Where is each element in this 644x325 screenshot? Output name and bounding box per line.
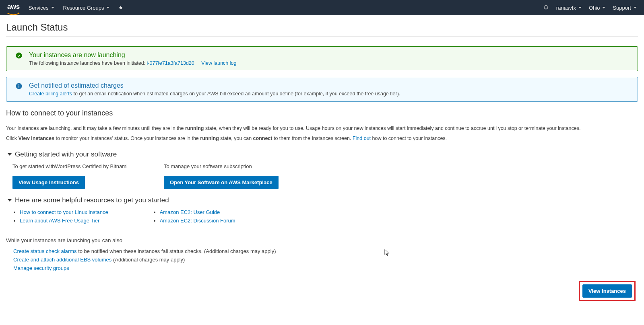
connect-p2: Click View Instances to monitor your ins… bbox=[6, 134, 638, 143]
software-row: To get started withWordPress Certified b… bbox=[6, 163, 638, 189]
software-col1: To get started withWordPress Certified b… bbox=[12, 163, 128, 189]
highlight-annotation: View Instances bbox=[579, 281, 636, 301]
connect-heading: How to connect to your instances bbox=[6, 109, 638, 117]
resources-col2: Amazon EC2: User Guide Amazon EC2: Discu… bbox=[153, 209, 235, 226]
pin-icon[interactable] bbox=[118, 5, 123, 10]
svg-rect-2 bbox=[19, 86, 19, 88]
while-item-3: Manage security groups bbox=[13, 265, 638, 271]
page-title: Launch Status bbox=[6, 22, 638, 33]
while-item-1: Create status check alarms to be notifie… bbox=[13, 248, 638, 254]
services-label: Services bbox=[29, 5, 49, 11]
alert-info-body: Create billing alerts to get an email no… bbox=[29, 91, 631, 97]
while-item-2: Create and attach additional EBS volumes… bbox=[13, 257, 638, 263]
region-label: Ohio bbox=[589, 5, 600, 11]
link-ec2-forum[interactable]: Amazon EC2: Discussion Forum bbox=[160, 218, 235, 224]
alert-info-title: Get notified of estimated charges bbox=[29, 82, 631, 89]
chevron-down-icon bbox=[106, 7, 109, 8]
create-ebs-volumes-link[interactable]: Create and attach additional EBS volumes bbox=[13, 257, 111, 263]
aws-logo[interactable]: aws bbox=[7, 3, 20, 13]
connect-p1: Your instances are launching, and it may… bbox=[6, 124, 638, 133]
notifications-bell-icon[interactable] bbox=[543, 5, 549, 11]
svg-point-0 bbox=[16, 53, 22, 59]
caret-down-icon bbox=[8, 153, 12, 156]
software-col1-label: To get started withWordPress Certified b… bbox=[12, 163, 128, 169]
manage-security-groups-link[interactable]: Manage security groups bbox=[13, 265, 69, 271]
resource-groups-menu[interactable]: Resource Groups bbox=[63, 5, 110, 11]
chevron-down-icon bbox=[578, 7, 582, 8]
link-connect-linux[interactable]: How to connect to your Linux instance bbox=[20, 209, 108, 215]
divider bbox=[6, 36, 638, 37]
resource-groups-label: Resource Groups bbox=[63, 5, 104, 11]
find-out-link[interactable]: Find out bbox=[353, 136, 371, 141]
services-menu[interactable]: Services bbox=[29, 5, 54, 11]
view-launch-log-link[interactable]: View launch log bbox=[201, 60, 236, 66]
resources-heading[interactable]: Here are some helpful resources to get y… bbox=[6, 196, 638, 204]
while-heading: While your instances are launching you c… bbox=[6, 237, 638, 243]
open-marketplace-button[interactable]: Open Your Software on AWS Marketplace bbox=[164, 176, 279, 189]
chevron-down-icon bbox=[634, 7, 637, 8]
software-col2-label: To manage your software subscription bbox=[164, 163, 279, 169]
alert-success-title: Your instances are now launching bbox=[29, 51, 631, 59]
link-free-tier[interactable]: Learn about AWS Free Usage Tier bbox=[20, 218, 99, 224]
view-usage-instructions-button[interactable]: View Usage Instructions bbox=[12, 176, 85, 189]
account-menu[interactable]: ranasvfx bbox=[556, 5, 582, 11]
aws-smile-icon bbox=[7, 10, 20, 13]
chevron-down-icon bbox=[51, 7, 54, 8]
software-heading[interactable]: Getting started with your software bbox=[6, 150, 638, 158]
caret-down-icon bbox=[8, 199, 12, 202]
alert-body-prefix: The following instance launches have bee… bbox=[29, 60, 145, 66]
account-label: ranasvfx bbox=[556, 5, 576, 11]
create-status-alarms-link[interactable]: Create status check alarms bbox=[13, 248, 77, 254]
while-list: Create status check alarms to be notifie… bbox=[6, 248, 638, 271]
resources-col1: How to connect to your Linux instance Le… bbox=[12, 209, 108, 226]
chevron-down-icon bbox=[602, 7, 605, 8]
check-circle-icon bbox=[15, 52, 23, 59]
alert-success-body: The following instance launches have bee… bbox=[29, 60, 631, 66]
top-navbar: aws Services Resource Groups ranasvfx Oh… bbox=[0, 0, 644, 15]
info-circle-icon bbox=[15, 82, 23, 90]
divider bbox=[6, 120, 638, 120]
instance-id-link[interactable]: i-077fe71a3fa713d20 bbox=[147, 60, 194, 66]
view-instances-button[interactable]: View Instances bbox=[582, 284, 632, 298]
region-menu[interactable]: Ohio bbox=[589, 5, 605, 11]
link-ec2-user-guide[interactable]: Amazon EC2: User Guide bbox=[160, 209, 220, 215]
support-label: Support bbox=[613, 5, 631, 11]
alert-success: Your instances are now launching The fol… bbox=[6, 46, 638, 71]
svg-rect-3 bbox=[19, 84, 19, 85]
alert-info-suffix: to get an email notification when estima… bbox=[73, 91, 400, 97]
page-body: Launch Status Your instances are now lau… bbox=[0, 15, 644, 313]
software-col2: To manage your software subscription Ope… bbox=[164, 163, 279, 189]
resources-heading-label: Here are some helpful resources to get y… bbox=[15, 196, 169, 204]
support-menu[interactable]: Support bbox=[613, 5, 637, 11]
software-heading-label: Getting started with your software bbox=[15, 150, 117, 158]
alert-info: Get notified of estimated charges Create… bbox=[6, 77, 638, 102]
create-billing-alerts-link[interactable]: Create billing alerts bbox=[29, 91, 72, 97]
resources-row: How to connect to your Linux instance Le… bbox=[6, 209, 638, 226]
footer-row: View Instances bbox=[6, 281, 638, 301]
